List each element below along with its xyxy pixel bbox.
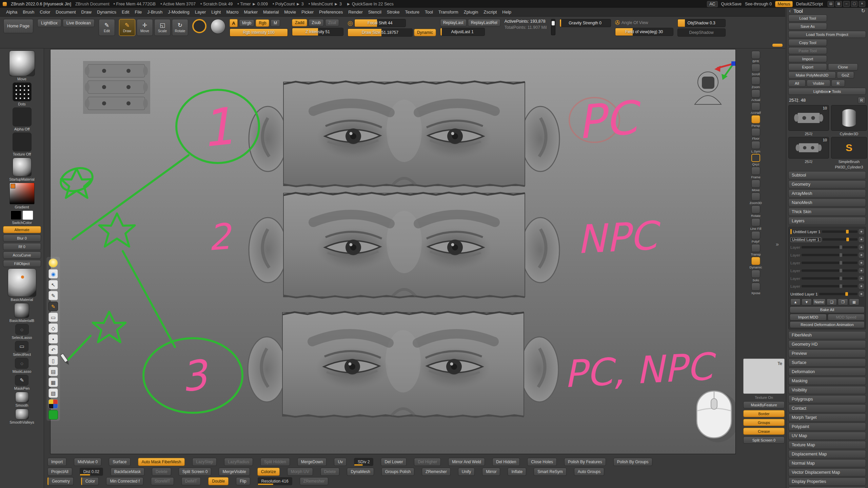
tool-section-header[interactable]: Deformation — [788, 368, 866, 376]
layer-row[interactable]: Layer — [790, 267, 865, 274]
trash-icon[interactable]: ▯ — [48, 356, 58, 365]
tray-item[interactable]: BasicMaterial — [8, 268, 36, 302]
mdd-speed-slider[interactable]: MDD Speed — [828, 314, 865, 321]
layer-intensity-slider[interactable] — [802, 262, 857, 264]
shape-rect-icon[interactable]: ▭ — [48, 312, 58, 322]
dock-button[interactable]: Polish By Groups — [613, 458, 652, 466]
tray-item[interactable]: MaskPen — [14, 375, 30, 390]
bake-all-button[interactable]: Bake All — [790, 306, 865, 313]
dock-button[interactable]: Morph UV — [287, 468, 313, 476]
dock-button[interactable]: Groups Polish — [381, 468, 414, 476]
cylinder-tool-thumbnail[interactable] — [831, 105, 867, 131]
stroke-preview[interactable] — [192, 19, 206, 33]
tool-panel-button[interactable]: Load Tool — [788, 15, 827, 22]
right-shelf-button[interactable]: Dynamic — [750, 257, 762, 269]
groups-button[interactable]: Groups — [743, 419, 785, 426]
dock-button[interactable]: Resolution 416 — [258, 477, 292, 485]
home-page-button[interactable]: Home Page — [3, 19, 33, 33]
image-icon[interactable]: ▧ — [48, 388, 58, 398]
tray-button[interactable]: Alternate — [3, 226, 41, 233]
menu-item[interactable]: Texture — [402, 9, 422, 15]
tray-item[interactable]: MaskLasso — [13, 358, 32, 373]
dock-button[interactable]: Double — [208, 477, 229, 485]
tool-section-header[interactable]: Polygroups — [788, 395, 866, 403]
dynamic-mode-button[interactable]: Dynamic — [414, 29, 436, 36]
refresh-icon[interactable]: ↻ — [861, 8, 865, 14]
dock-button[interactable]: Import — [47, 458, 66, 466]
layer-eye-icon[interactable] — [859, 276, 864, 281]
tray-item[interactable]: SmoothValleys — [9, 409, 34, 424]
dock-button[interactable]: Surface — [109, 458, 130, 466]
m-button[interactable]: M — [271, 19, 280, 27]
tray-item[interactable]: Texture Off — [13, 133, 32, 156]
tool-section-header[interactable]: Display Properties — [788, 477, 866, 486]
edit-mode-button[interactable]: ✎ Edit — [99, 19, 115, 36]
tool-section-header[interactable]: Preview — [788, 349, 866, 358]
clipboard-icon[interactable]: ▦ — [48, 378, 58, 387]
gravity-vertical-slider[interactable] — [551, 19, 555, 35]
menu-item[interactable]: Zscript — [481, 9, 499, 15]
dock-button[interactable]: MergeDown — [297, 458, 327, 466]
tool-panel-button[interactable]: Copy Tool — [788, 39, 827, 46]
menu-item[interactable]: Light — [209, 9, 223, 15]
menu-item[interactable]: Picker — [299, 9, 316, 15]
menu-item[interactable]: File — [132, 9, 144, 15]
layer-eye-icon[interactable] — [859, 268, 864, 273]
right-shelf-button[interactable]: Transp — [751, 244, 761, 256]
tool-section-header[interactable]: Geometry HD — [788, 340, 866, 348]
layer-row[interactable]: Layer — [790, 283, 865, 290]
layer-intensity-slider[interactable] — [819, 293, 857, 295]
layer-row[interactable]: Untitled Layer 1 — [790, 236, 865, 243]
tool-section-header[interactable]: Normal Map — [788, 459, 866, 467]
cursor-icon[interactable]: ↖ — [48, 280, 58, 289]
menu-item[interactable]: Movie — [281, 9, 299, 15]
tray-item[interactable]: SelectLasso — [12, 324, 32, 340]
dock-button[interactable]: Del Hidden — [492, 458, 520, 466]
layer-row[interactable]: Layer — [790, 244, 865, 251]
layer-eye-icon[interactable] — [859, 229, 864, 234]
split-screen-button[interactable]: Split Screen 0 — [743, 436, 785, 444]
menu-item[interactable]: Draw — [79, 9, 94, 15]
right-shelf-button[interactable]: Actual — [751, 89, 760, 102]
dock-button[interactable]: Dist 0.02 — [80, 468, 103, 476]
layer-eye-icon[interactable] — [859, 237, 864, 242]
layer-intensity-slider[interactable] — [823, 238, 857, 241]
dock-button[interactable]: LazyRadius — [224, 458, 253, 466]
tool-section-header[interactable]: Thick Skin — [788, 208, 866, 216]
layer-grid-icon[interactable]: ▦ — [849, 299, 859, 305]
sculpt-model-1[interactable] — [249, 81, 559, 187]
dock-button[interactable]: MergeVisible — [219, 468, 250, 476]
minimize-button[interactable]: – — [843, 1, 850, 7]
tray-button[interactable]: Rf 0 — [3, 243, 41, 250]
tool-panel-button[interactable]: Make PolyMesh3D — [788, 72, 836, 79]
z-intensity-slider[interactable]: Z Intensity 51 — [292, 28, 343, 36]
tool-panel-button[interactable]: Export — [788, 63, 827, 70]
secondary-color-swatch[interactable] — [22, 210, 33, 220]
tray-button[interactable]: FillObject — [3, 260, 41, 267]
highlighter-icon[interactable]: ✎ — [48, 302, 58, 311]
right-shelf-button[interactable]: Floor — [751, 128, 760, 140]
menu-item[interactable]: Alpha — [3, 9, 20, 15]
rotate-mode-button[interactable]: ↻ Rotate — [172, 19, 188, 36]
tool-section-header[interactable]: Polypaint — [788, 423, 866, 431]
tool-section-header[interactable]: Unified Skin — [788, 487, 866, 488]
mrgb-button[interactable]: Mrgb — [239, 19, 254, 27]
right-shelf-button[interactable]: Line Fill — [750, 218, 762, 230]
tool-section-header[interactable]: NanoMesh — [788, 199, 866, 207]
undo-icon[interactable]: ↶ — [48, 345, 58, 354]
right-shelf-button[interactable]: Scroll — [751, 64, 760, 76]
right-shelf-button[interactable]: Rotate — [751, 205, 761, 218]
tray-item[interactable]: Move — [9, 50, 35, 81]
tray-item[interactable]: StartupMaterial — [9, 158, 35, 181]
right-shelf-button[interactable]: Frame — [751, 167, 760, 179]
menu-item[interactable]: Material — [260, 9, 281, 15]
green-color-swatch[interactable] — [48, 410, 58, 420]
shelf-scroll-handle[interactable] — [772, 44, 783, 47]
draw-mode-button[interactable]: ✎ Draw — [119, 19, 135, 36]
draw-size-slider[interactable]: Draw Size 51.18757 — [348, 28, 413, 37]
dock-button[interactable]: Delete — [320, 468, 340, 476]
tool-panel-button[interactable]: Import — [788, 55, 827, 62]
dock-button[interactable]: Smart ReSym — [534, 468, 567, 476]
dock-button[interactable]: Unify — [458, 468, 475, 476]
sculpt-model-3[interactable] — [248, 312, 558, 417]
